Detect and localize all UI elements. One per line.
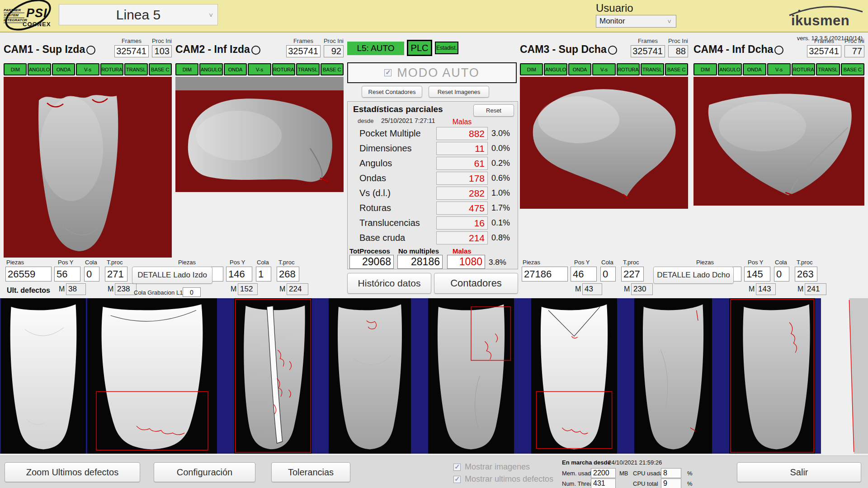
cam3-status-radio[interactable] bbox=[608, 46, 617, 55]
cola-label: Cola bbox=[601, 259, 613, 266]
cam1-status-radio[interactable] bbox=[86, 46, 95, 55]
zoom-ultimos-defectos-button[interactable]: Zoom Ultimos defectos bbox=[5, 462, 140, 482]
contadores-button[interactable]: Contadores bbox=[434, 273, 518, 294]
cam4-status-radio[interactable] bbox=[774, 46, 783, 55]
line-select[interactable]: Linea 5 ˅ bbox=[59, 4, 218, 25]
estadisticas-parciales-panel: Estadísticas parciales desde 25/10/2021 … bbox=[347, 101, 518, 269]
modo-auto-label: MODO AUTO bbox=[397, 66, 480, 80]
m-label: M bbox=[749, 285, 755, 293]
pos-y-label: Pos Y bbox=[58, 259, 73, 266]
defect-button-dim[interactable]: DIM bbox=[175, 63, 198, 75]
en-marcha-value: 24/10/2021 21:59:26 bbox=[608, 459, 662, 466]
cam3-live-image bbox=[520, 77, 688, 258]
cam2-m-proc-value: 224 bbox=[287, 283, 308, 295]
defect-button-transl[interactable]: TRANSL bbox=[296, 63, 319, 75]
stats-row-roturas: Roturas 475 1.7% bbox=[348, 202, 518, 215]
cam4-pos-y-value: 145 bbox=[744, 267, 770, 282]
piezas-label: Piezas bbox=[696, 259, 714, 266]
cpu-usada-value: 8 bbox=[661, 468, 681, 478]
stats-value-box: 16 bbox=[436, 216, 488, 230]
defect-button-dim[interactable]: DIM bbox=[693, 63, 717, 75]
desde-value: 25/10/2021 7:27:11 bbox=[381, 117, 435, 124]
user-select[interactable]: Monitor ˅ bbox=[596, 15, 676, 28]
cola-label: Cola bbox=[775, 259, 787, 266]
mostrar-ultimos-checkbox[interactable] bbox=[453, 476, 461, 483]
mostrar-imagenes-checkbox[interactable] bbox=[453, 464, 461, 471]
defect-button-dim[interactable]: DIM bbox=[520, 63, 543, 75]
defect-button-base-c[interactable]: BASE C bbox=[665, 63, 688, 75]
defect-button-base-c[interactable]: BASE C bbox=[149, 63, 172, 75]
cam1-proc-ini-value: 103 bbox=[152, 45, 172, 57]
defect-button-onda[interactable]: ONDA bbox=[568, 63, 591, 75]
defect-button-vs[interactable]: V-s bbox=[76, 63, 99, 75]
stats-value-box: 178 bbox=[436, 172, 488, 185]
detalle-lado-dcho-button[interactable]: DETALLE Lado Dcho bbox=[653, 267, 734, 284]
defect-button-angulo[interactable]: ANGULO bbox=[199, 63, 222, 75]
mostrar-imagenes-row: Mostrar imagenes bbox=[453, 462, 530, 472]
historico-datos-button[interactable]: Histórico datos bbox=[347, 273, 431, 294]
cam1-frames-value: 325741 bbox=[114, 45, 149, 57]
cpu-total-value: 9 bbox=[661, 479, 681, 488]
defect-image-9-partial bbox=[821, 298, 868, 454]
defect-button-rotura[interactable]: ROTURA bbox=[100, 63, 123, 75]
defect-button-rotura[interactable]: ROTURA bbox=[617, 63, 640, 75]
frames-label: Frames bbox=[814, 38, 834, 44]
defect-button-vs[interactable]: V-s bbox=[592, 63, 615, 75]
cam3-t-proc-value: 227 bbox=[621, 267, 644, 282]
detalle-lado-izdo-button[interactable]: DETALLE Lado Izdo bbox=[132, 267, 212, 284]
cam3-title: CAM3 - Sup Dcha bbox=[520, 44, 607, 57]
en-marcha-label: En marcha desde bbox=[562, 459, 611, 466]
t-proc-label: T.proc bbox=[797, 259, 812, 266]
defect-button-angulo[interactable]: ANGULO bbox=[718, 63, 741, 75]
cam1-m-pos-value: 38 bbox=[66, 283, 86, 295]
cam1-t-proc-value: 271 bbox=[105, 267, 127, 282]
cam2-cola-value: 1 bbox=[256, 267, 271, 282]
defect-button-onda[interactable]: ONDA bbox=[52, 63, 75, 75]
tolerancias-button[interactable]: Tolerancias bbox=[271, 462, 350, 482]
defect-button-onda[interactable]: ONDA bbox=[743, 63, 766, 75]
desde-label: desde bbox=[358, 117, 373, 124]
no-multiples-value: 28186 bbox=[397, 255, 443, 269]
defect-button-onda[interactable]: ONDA bbox=[224, 63, 247, 75]
defect-image-6 bbox=[531, 298, 617, 454]
defect-button-base-c[interactable]: BASE C bbox=[321, 63, 344, 75]
defect-button-angulo[interactable]: ANGULO bbox=[28, 63, 51, 75]
defect-button-transl[interactable]: TRANSL bbox=[641, 63, 664, 75]
cam3-frames-value: 325741 bbox=[631, 45, 665, 57]
stats-row-ondas: Ondas 178 0.6% bbox=[348, 172, 518, 185]
configuracion-button[interactable]: Configuración bbox=[154, 462, 255, 482]
m-label: M bbox=[59, 285, 65, 293]
defect-button-angulo[interactable]: ANGULO bbox=[544, 63, 567, 75]
cam2-panel: CAM2 - Inf Izda Frames 325741 Proc Ini 9… bbox=[175, 38, 344, 298]
defect-button-transl[interactable]: TRANSL bbox=[124, 63, 147, 75]
defect-button-base-c[interactable]: BASE C bbox=[841, 63, 864, 75]
stats-reset-button[interactable]: Reset bbox=[473, 104, 514, 117]
defect-button-dim[interactable]: DIM bbox=[4, 63, 27, 75]
frames-label: Frames bbox=[293, 38, 313, 44]
estadist-status-button[interactable]: Estadist. bbox=[435, 42, 458, 54]
cam1-cola-value: 0 bbox=[84, 267, 99, 282]
stats-row-angulos: Angulos 61 0.2% bbox=[348, 157, 518, 170]
defect-image-5 bbox=[428, 298, 514, 454]
defect-button-transl[interactable]: TRANSL bbox=[816, 63, 840, 75]
m-label: M bbox=[575, 285, 581, 293]
cola-label: Cola bbox=[85, 259, 97, 266]
modo-auto-checkbox[interactable] bbox=[384, 69, 392, 76]
cam3-proc-ini-value: 88 bbox=[668, 45, 688, 57]
defect-button-rotura[interactable]: ROTURA bbox=[792, 63, 815, 75]
cam2-t-proc-value: 268 bbox=[277, 267, 299, 282]
cognex-logo-text: COGNEX bbox=[23, 21, 51, 28]
reset-imagenes-button[interactable]: Reset Imagenes bbox=[429, 86, 489, 98]
psi-logo-text: PSI bbox=[26, 6, 47, 20]
cam2-status-radio[interactable] bbox=[251, 46, 260, 55]
l5-auto-status-button[interactable]: L5: AUTO bbox=[347, 42, 404, 55]
defect-image-4 bbox=[329, 298, 411, 454]
reset-contadores-button[interactable]: Reset Contadores bbox=[362, 86, 422, 98]
defect-button-vs[interactable]: V-s bbox=[248, 63, 271, 75]
salir-button[interactable]: Salir bbox=[737, 462, 861, 482]
line-select-value: Linea 5 bbox=[116, 7, 160, 23]
user-label: Usuario bbox=[596, 2, 633, 14]
plc-status-button[interactable]: PLC bbox=[407, 40, 432, 56]
defect-button-rotura[interactable]: ROTURA bbox=[272, 63, 295, 75]
defect-button-vs[interactable]: V-s bbox=[767, 63, 791, 75]
